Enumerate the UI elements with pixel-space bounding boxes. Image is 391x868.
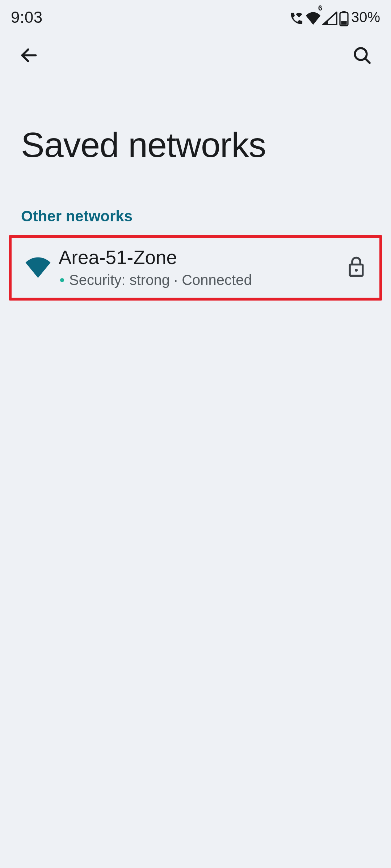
wifi-icon: 6 [306,8,321,26]
page-title: Saved networks [0,78,391,200]
back-button[interactable] [16,43,42,69]
svg-rect-1 [342,11,345,13]
search-icon [352,45,372,67]
network-row[interactable]: Area-51-Zone Security: strong · Connecte… [12,239,379,297]
network-text: Area-51-Zone Security: strong · Connecte… [56,246,342,288]
wifi-signal-icon [20,256,56,278]
network-name: Area-51-Zone [59,246,342,269]
highlight-annotation: Area-51-Zone Security: strong · Connecte… [9,235,382,301]
status-right: 6 30% [289,8,380,26]
status-dot-icon [60,278,64,282]
search-button[interactable] [349,43,375,69]
network-subtitle-text: Security: strong · Connected [69,272,252,288]
screen: 9:03 6 [0,0,391,868]
status-time: 9:03 [11,8,43,26]
battery-text: 30% [351,9,380,25]
cellular-icon [322,8,337,26]
status-bar: 9:03 6 [0,0,391,34]
section-header-other-networks: Other networks [0,200,391,235]
arrow-back-icon [19,45,39,67]
lock-icon [342,256,371,277]
app-bar [0,34,391,78]
wifi-calling-icon [289,8,304,26]
svg-rect-2 [341,21,346,25]
wifi-badge: 6 [318,4,322,12]
svg-line-5 [365,58,370,63]
svg-point-7 [355,269,358,272]
battery-icon [339,8,349,26]
network-subtitle: Security: strong · Connected [59,272,342,288]
